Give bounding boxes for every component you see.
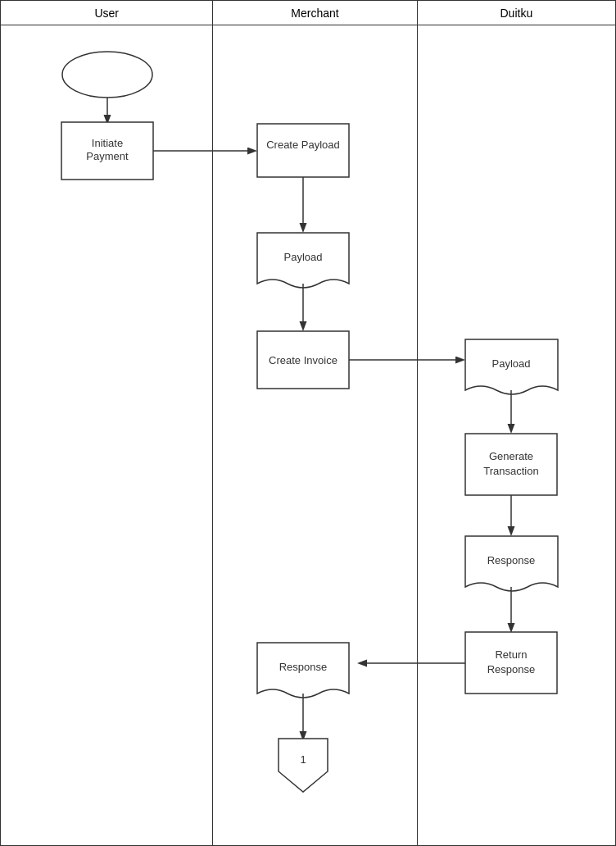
col-header-duitku: Duitku — [418, 1, 615, 25]
diagram-container: User Merchant Duitku Initi — [0, 0, 616, 846]
duitku-label: Duitku — [500, 7, 532, 20]
swimlane-body: Initiate Payment Create Payload Payload … — [1, 25, 615, 846]
header-row: User Merchant Duitku — [1, 1, 615, 25]
lane-duitku — [418, 25, 615, 846]
user-label: User — [94, 7, 119, 20]
lane-user — [1, 25, 213, 846]
merchant-label: Merchant — [291, 7, 338, 20]
col-header-merchant: Merchant — [213, 1, 417, 25]
lane-merchant — [213, 25, 417, 846]
col-header-user: User — [1, 1, 213, 25]
